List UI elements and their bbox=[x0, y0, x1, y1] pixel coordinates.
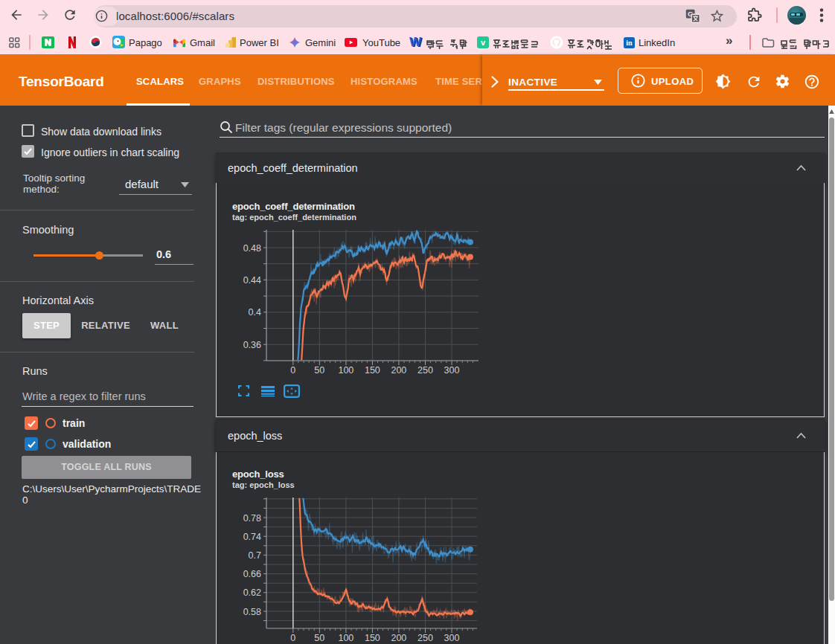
svg-text:300: 300 bbox=[444, 365, 460, 376]
svg-text:0.4: 0.4 bbox=[249, 307, 261, 318]
svg-text:0.66: 0.66 bbox=[243, 569, 261, 579]
svg-text:150: 150 bbox=[365, 365, 380, 376]
svg-text:0.78: 0.78 bbox=[243, 513, 261, 524]
svg-text:250: 250 bbox=[418, 365, 433, 376]
svg-text:250: 250 bbox=[418, 633, 433, 643]
svg-text:0.48: 0.48 bbox=[243, 243, 261, 254]
svg-text:200: 200 bbox=[391, 633, 406, 643]
svg-text:100: 100 bbox=[338, 365, 353, 376]
svg-text:150: 150 bbox=[365, 633, 380, 643]
svg-text:0.44: 0.44 bbox=[243, 275, 261, 286]
svg-text:200: 200 bbox=[391, 365, 406, 376]
svg-text:50: 50 bbox=[314, 365, 324, 376]
svg-text:100: 100 bbox=[338, 633, 353, 643]
svg-text:0: 0 bbox=[290, 633, 295, 643]
svg-text:0: 0 bbox=[290, 365, 295, 376]
svg-text:300: 300 bbox=[444, 633, 460, 643]
svg-text:50: 50 bbox=[314, 633, 324, 643]
svg-text:0.58: 0.58 bbox=[243, 607, 261, 617]
svg-text:0.7: 0.7 bbox=[249, 550, 261, 561]
svg-text:0.62: 0.62 bbox=[243, 587, 261, 598]
svg-text:0.74: 0.74 bbox=[243, 532, 261, 542]
svg-text:0.36: 0.36 bbox=[243, 340, 261, 350]
